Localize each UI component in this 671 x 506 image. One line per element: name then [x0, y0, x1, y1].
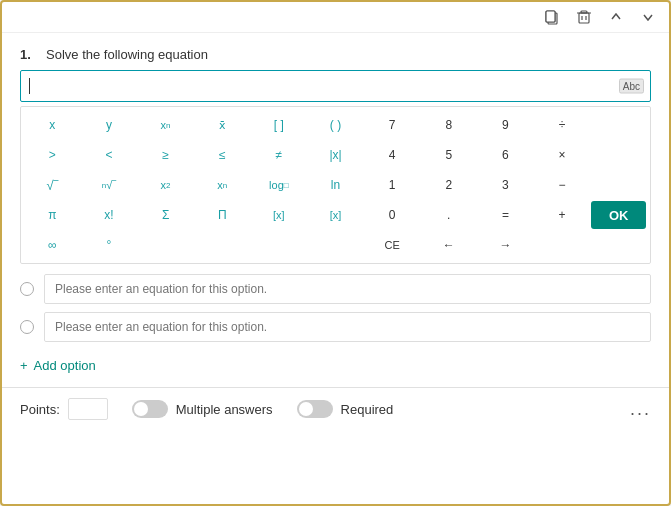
svg-rect-2 [546, 11, 555, 22]
footer: Points: Multiple answers Required ... [2, 388, 669, 430]
question-number: 1. [20, 47, 38, 62]
key-8[interactable]: 8 [421, 111, 476, 139]
abc-badge: Abc [619, 79, 644, 94]
toggle-knob-multiple [134, 402, 148, 416]
key-divide[interactable]: ÷ [535, 111, 590, 139]
key-parens[interactable]: ( ) [308, 111, 363, 139]
key-forward[interactable]: → [478, 231, 533, 259]
key-gte[interactable]: ≥ [138, 141, 193, 169]
option-radio-2[interactable] [20, 320, 34, 334]
option-row-2 [2, 312, 669, 342]
required-label: Required [341, 402, 394, 417]
math-input[interactable]: Abc [20, 70, 651, 102]
key-y[interactable]: y [82, 111, 137, 139]
key-log[interactable]: log□ [252, 171, 307, 199]
key-ok[interactable]: OK [591, 201, 646, 229]
key-ln[interactable]: ln [308, 171, 363, 199]
question-area: 1. Solve the following equation Abc [2, 33, 669, 106]
key-pi[interactable]: π [25, 201, 80, 229]
add-option-icon: + [20, 358, 28, 373]
key-4[interactable]: 4 [365, 141, 420, 169]
key-lt[interactable]: < [82, 141, 137, 169]
key-plus[interactable]: + [535, 201, 590, 229]
key-0[interactable]: 0 [365, 201, 420, 229]
key-infinity[interactable]: ∞ [25, 231, 80, 259]
copy-icon[interactable] [543, 8, 561, 26]
key-1[interactable]: 1 [365, 171, 420, 199]
option-row-1 [2, 274, 669, 304]
key-equals[interactable]: = [478, 201, 533, 229]
key-x-squared[interactable]: x2 [138, 171, 193, 199]
keypad-wrap: x y xn x̄ [ ] ( ) 7 8 9 ÷ > < ≥ ≤ ≠ |x| … [2, 106, 669, 274]
key-neq[interactable]: ≠ [252, 141, 307, 169]
key-brackets[interactable]: [ ] [252, 111, 307, 139]
keypad: x y xn x̄ [ ] ( ) 7 8 9 ÷ > < ≥ ≤ ≠ |x| … [20, 106, 651, 264]
key-nth-sqrt[interactable]: n√‾ [82, 171, 137, 199]
key-pi-cap[interactable]: Π [195, 201, 250, 229]
key-x[interactable]: x [25, 111, 80, 139]
key-lte[interactable]: ≤ [195, 141, 250, 169]
required-group: Required [297, 400, 394, 418]
required-toggle[interactable] [297, 400, 333, 418]
key-sqrt[interactable]: √‾ [25, 171, 80, 199]
key-6[interactable]: 6 [478, 141, 533, 169]
key-dot[interactable]: . [421, 201, 476, 229]
key-9[interactable]: 9 [478, 111, 533, 139]
multiple-answers-label: Multiple answers [176, 402, 273, 417]
add-option-label: Add option [34, 358, 96, 373]
cursor [29, 78, 30, 94]
key-x-bar[interactable]: x̄ [195, 111, 250, 139]
add-option-button[interactable]: + Add option [2, 350, 669, 387]
key-ce[interactable]: CE [365, 231, 420, 259]
key-minus[interactable]: − [535, 171, 590, 199]
delete-icon[interactable] [575, 8, 593, 26]
key-7[interactable]: 7 [365, 111, 420, 139]
key-ceil[interactable]: [x] [308, 201, 363, 229]
key-2[interactable]: 2 [421, 171, 476, 199]
key-abs[interactable]: |x| [308, 141, 363, 169]
option-radio-1[interactable] [20, 282, 34, 296]
key-3[interactable]: 3 [478, 171, 533, 199]
points-label: Points: [20, 402, 60, 417]
key-floor[interactable]: [x] [252, 201, 307, 229]
key-backspace[interactable]: ← [421, 231, 476, 259]
svg-rect-3 [579, 13, 589, 23]
points-group: Points: [20, 398, 108, 420]
quiz-card: 1. Solve the following equation Abc x y … [0, 0, 671, 506]
key-gt[interactable]: > [25, 141, 80, 169]
toolbar [2, 2, 669, 33]
more-options-button[interactable]: ... [630, 399, 651, 420]
move-down-icon[interactable] [639, 8, 657, 26]
multiple-answers-toggle[interactable] [132, 400, 168, 418]
option-input-1[interactable] [44, 274, 651, 304]
toggle-knob-required [299, 402, 313, 416]
key-degree[interactable]: ° [82, 231, 137, 259]
option-input-2[interactable] [44, 312, 651, 342]
points-input[interactable] [68, 398, 108, 420]
question-text: Solve the following equation [46, 47, 208, 62]
key-x-power[interactable]: xn [195, 171, 250, 199]
key-factorial[interactable]: x! [82, 201, 137, 229]
key-5[interactable]: 5 [421, 141, 476, 169]
svg-rect-5 [581, 11, 587, 13]
key-sigma[interactable]: Σ [138, 201, 193, 229]
key-xn-sup[interactable]: xn [138, 111, 193, 139]
key-multiply[interactable]: × [535, 141, 590, 169]
multiple-answers-group: Multiple answers [132, 400, 273, 418]
move-up-icon[interactable] [607, 8, 625, 26]
